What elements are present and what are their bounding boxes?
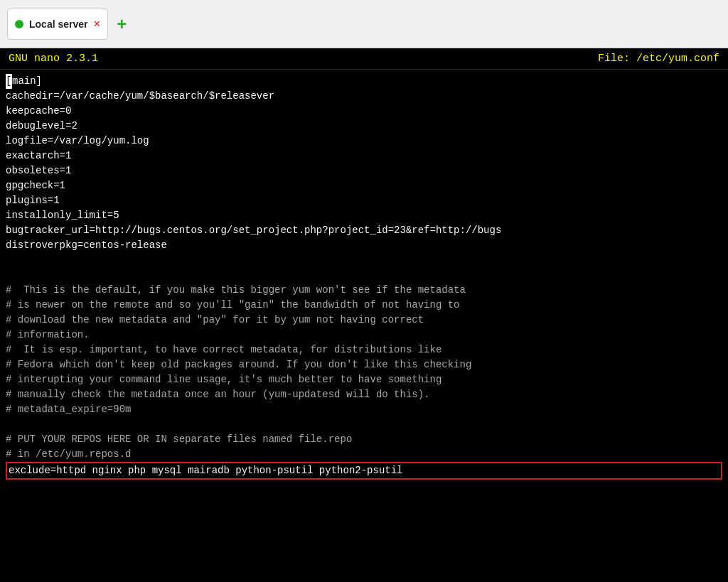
nano-filename: File: /etc/yum.conf xyxy=(598,53,719,65)
editor-line: logfile=/var/log/yum.log xyxy=(6,134,722,149)
editor-line: bugtracker_url=http://bugs.centos.org/se… xyxy=(6,223,722,238)
editor-line-empty xyxy=(6,253,722,268)
tab-local-server[interactable]: Local server ✕ xyxy=(7,9,108,40)
editor-line: # It is esp. important, to have correct … xyxy=(6,343,722,357)
nano-header: GNU nano 2.3.1 File: /etc/yum.conf xyxy=(0,48,728,70)
tab-label: Local server xyxy=(29,18,88,30)
editor-line: exactarch=1 xyxy=(6,149,722,163)
editor-line: installonly_limit=5 xyxy=(6,208,722,223)
editor-line: # interupting your command line usage, i… xyxy=(6,372,722,387)
tab-area: Local server ✕ + xyxy=(7,9,131,40)
editor-line-selected: exclude=httpd nginx php mysql mairadb py… xyxy=(6,462,722,480)
editor-line: obsoletes=1 xyxy=(6,163,722,178)
connection-status-dot xyxy=(15,20,23,28)
editor-line: # download the new metadata and "pay" fo… xyxy=(6,313,722,328)
titlebar: Local server ✕ + xyxy=(0,0,728,48)
editor-line: keepcache=0 xyxy=(6,104,722,119)
editor-line: [main] xyxy=(6,74,722,89)
editor-line: # in /etc/yum.repos.d xyxy=(6,447,722,462)
editor-line: # manually check the metadata once an ho… xyxy=(6,387,722,402)
nano-version: GNU nano 2.3.1 xyxy=(9,53,98,65)
editor-line: # is newer on the remote and so you'll "… xyxy=(6,298,722,313)
editor-line: gpgcheck=1 xyxy=(6,178,722,193)
cursor: [ xyxy=(6,74,12,89)
editor-line: cachedir=/var/cache/yum/$basearch/$relea… xyxy=(6,89,722,104)
editor-line: # PUT YOUR REPOS HERE OR IN separate fil… xyxy=(6,432,722,447)
editor-line: # information. xyxy=(6,328,722,343)
editor-line-empty xyxy=(6,417,722,432)
editor-area[interactable]: [main]cachedir=/var/cache/yum/$basearch/… xyxy=(0,70,728,582)
editor-line: distroverpkg=centos-release xyxy=(6,238,722,253)
close-tab-button[interactable]: ✕ xyxy=(94,18,101,30)
editor-line: # metadata_expire=90m xyxy=(6,402,722,417)
editor-line: # This is the default, if you make this … xyxy=(6,283,722,298)
editor-line: # Fedora which don't keep old packages a… xyxy=(6,357,722,372)
add-tab-button[interactable]: + xyxy=(112,16,131,33)
editor-line: debuglevel=2 xyxy=(6,119,722,134)
editor-line-empty xyxy=(6,268,722,283)
editor-line: plugins=1 xyxy=(6,193,722,208)
